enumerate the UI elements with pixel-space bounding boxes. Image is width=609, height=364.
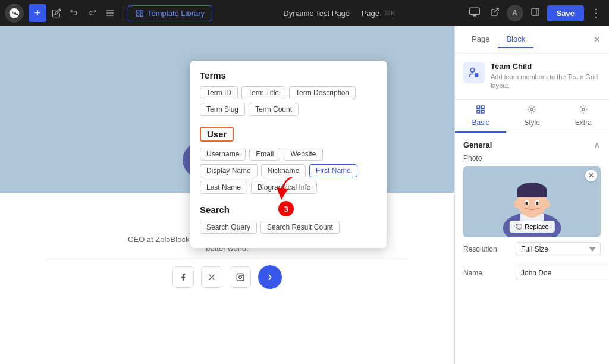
tag-first-name[interactable]: First Name bbox=[309, 164, 357, 177]
tag-term-title[interactable]: Term Title bbox=[241, 86, 285, 99]
twitter-button[interactable] bbox=[201, 266, 222, 288]
svg-point-46 bbox=[525, 202, 528, 205]
general-section-title: General bbox=[463, 140, 492, 149]
template-library-button[interactable]: Template Library bbox=[128, 5, 212, 21]
svg-rect-31 bbox=[477, 106, 480, 109]
wp-logo[interactable] bbox=[5, 4, 24, 23]
name-field-row: Name bbox=[455, 261, 609, 285]
svg-rect-26 bbox=[237, 274, 244, 281]
add-button[interactable]: + bbox=[29, 4, 46, 22]
block-section: Team Child Add team members to the Team … bbox=[455, 54, 609, 100]
canvas-area: Terms Term ID Term Title Term Descriptio… bbox=[0, 26, 454, 364]
main-area: Terms Term ID Term Title Term Descriptio… bbox=[0, 26, 609, 364]
edit-icon-button[interactable] bbox=[49, 5, 64, 21]
keyboard-shortcut: ⌘K bbox=[384, 10, 395, 17]
general-section-header: General ∧ bbox=[455, 133, 609, 154]
subtab-basic[interactable]: Basic bbox=[455, 100, 506, 133]
top-bar: + Template Library Dynamic Test Page · P… bbox=[0, 0, 609, 26]
tag-last-name[interactable]: Last Name bbox=[200, 181, 247, 194]
general-toggle-button[interactable]: ∧ bbox=[594, 139, 601, 150]
resolution-select[interactable]: Full Size bbox=[516, 242, 601, 256]
top-bar-right: A Save ⋮ bbox=[466, 4, 604, 23]
subtab-extra-label: Extra bbox=[575, 118, 592, 127]
terms-section-title: Terms bbox=[200, 70, 377, 80]
photo-preview: ✕ Replace bbox=[463, 166, 601, 237]
svg-rect-3 bbox=[137, 10, 139, 12]
svg-point-35 bbox=[530, 108, 533, 111]
more-options-button[interactable]: ⋮ bbox=[588, 4, 604, 23]
page-type: Page bbox=[362, 9, 379, 18]
panel-close-button[interactable]: ✕ bbox=[593, 34, 601, 45]
tag-term-slug[interactable]: Term Slug bbox=[200, 103, 245, 116]
tag-term-description[interactable]: Term Description bbox=[289, 86, 356, 99]
svg-point-27 bbox=[239, 276, 242, 279]
dropdown-popup: Terms Term ID Term Title Term Descriptio… bbox=[190, 61, 387, 248]
step-badge: 3 bbox=[278, 201, 294, 216]
svg-line-10 bbox=[494, 8, 498, 12]
basic-icon bbox=[476, 105, 485, 117]
tag-term-id[interactable]: Term ID bbox=[200, 86, 238, 99]
step-annotation: 3 bbox=[271, 171, 301, 216]
block-info: Team Child Add team members to the Team … bbox=[491, 62, 601, 91]
photo-replace-button[interactable]: Replace bbox=[509, 221, 554, 233]
svg-rect-5 bbox=[137, 14, 139, 16]
canvas-inner: Terms Term ID Term Title Term Descriptio… bbox=[0, 26, 454, 364]
svg-rect-32 bbox=[481, 106, 484, 109]
menu-button[interactable] bbox=[102, 5, 118, 21]
next-button[interactable] bbox=[258, 265, 282, 289]
desktop-view-button[interactable] bbox=[466, 4, 483, 22]
replace-label: Replace bbox=[525, 223, 548, 230]
name-input[interactable] bbox=[516, 266, 609, 280]
panel-toggle-button[interactable] bbox=[527, 4, 544, 22]
tag-email[interactable]: Email bbox=[249, 148, 280, 161]
social-icons bbox=[172, 265, 282, 289]
name-label: Name bbox=[463, 269, 511, 277]
tag-search-result-count[interactable]: Search Result Count bbox=[260, 221, 340, 234]
panel-tabs: Page Block bbox=[463, 31, 533, 48]
svg-point-47 bbox=[536, 202, 538, 205]
svg-rect-6 bbox=[140, 14, 143, 16]
right-panel: Page Block ✕ Team Child Add team members… bbox=[454, 26, 609, 364]
extra-icon bbox=[579, 105, 588, 117]
subtab-style-label: Style bbox=[524, 118, 540, 127]
instagram-button[interactable] bbox=[230, 266, 251, 288]
user-avatar[interactable]: A bbox=[507, 5, 523, 21]
facebook-button[interactable] bbox=[172, 266, 194, 288]
tag-display-name[interactable]: Display Name bbox=[200, 164, 258, 177]
divider-line bbox=[45, 259, 409, 259]
section-divider bbox=[200, 121, 377, 127]
sub-tabs: Basic Style Extra bbox=[455, 100, 609, 133]
tag-website[interactable]: Website bbox=[284, 148, 322, 161]
tag-username[interactable]: Username bbox=[200, 148, 246, 161]
page-title-area: Dynamic Test Page · Page ⌘K bbox=[215, 9, 464, 18]
photo-close-button[interactable]: ✕ bbox=[585, 170, 597, 181]
block-icon bbox=[463, 62, 485, 83]
block-name: Team Child bbox=[491, 62, 601, 71]
redo-button[interactable] bbox=[84, 5, 100, 21]
search-tags-row: Search Query Search Result Count bbox=[200, 221, 377, 234]
undo-button[interactable] bbox=[67, 5, 82, 21]
tab-page[interactable]: Page bbox=[463, 31, 498, 48]
svg-point-49 bbox=[544, 200, 550, 208]
block-desc: Add team members to the Team Grid layout… bbox=[491, 73, 601, 91]
tag-search-query[interactable]: Search Query bbox=[200, 221, 257, 234]
save-button[interactable]: Save bbox=[547, 5, 584, 21]
svg-rect-7 bbox=[469, 8, 479, 14]
svg-point-36 bbox=[582, 108, 585, 111]
svg-point-28 bbox=[242, 275, 243, 275]
tag-term-count[interactable]: Term Count bbox=[249, 103, 299, 116]
svg-rect-34 bbox=[481, 110, 484, 113]
title-separator: · bbox=[354, 9, 357, 18]
divider bbox=[123, 6, 123, 20]
preview-button[interactable] bbox=[486, 4, 503, 22]
user-label-box: User bbox=[200, 127, 234, 142]
subtab-extra[interactable]: Extra bbox=[558, 100, 609, 133]
page-title: Dynamic Test Page bbox=[283, 9, 350, 18]
template-library-label: Template Library bbox=[147, 9, 205, 18]
svg-point-29 bbox=[470, 68, 475, 73]
subtab-style[interactable]: Style bbox=[506, 100, 557, 133]
arrow-icon bbox=[271, 171, 301, 201]
resolution-value: Full Size bbox=[521, 245, 548, 253]
tab-block[interactable]: Block bbox=[498, 31, 533, 48]
photo-label: Photo bbox=[455, 154, 609, 166]
